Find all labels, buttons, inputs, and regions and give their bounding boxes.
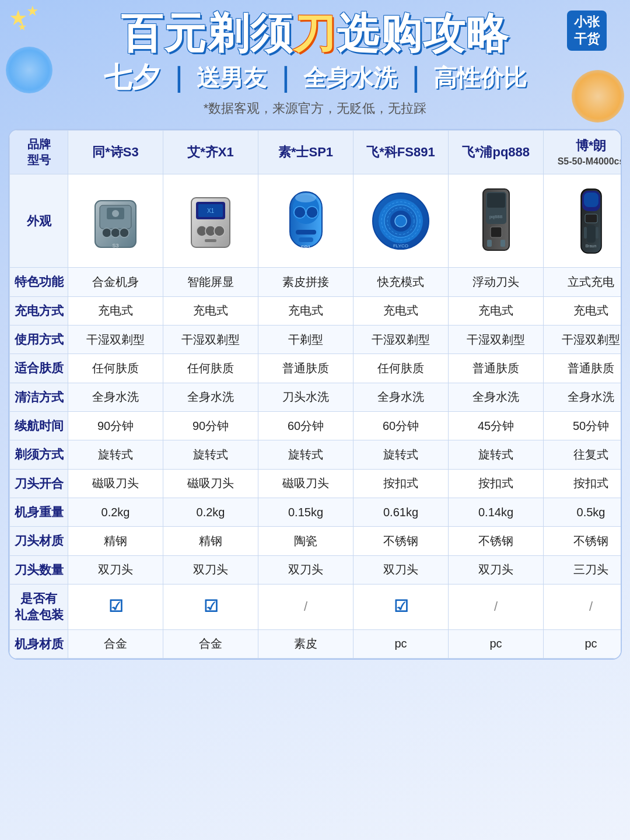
- subtitle-item-1: 全身水洗: [303, 62, 397, 94]
- check-mark: ☑: [204, 597, 218, 615]
- cell-2-3: 充电式: [354, 296, 449, 325]
- cell-2-2: 充电式: [258, 296, 354, 325]
- cell-12-2: /: [258, 584, 354, 629]
- table-row: 机身材质合金合金素皮pcpcpc: [10, 629, 622, 658]
- svg-rect-37: [501, 240, 505, 247]
- svg-point-28: [395, 215, 407, 227]
- cell-5-0: 全身水洗: [68, 383, 163, 411]
- cell-12-5: /: [544, 584, 622, 629]
- product-image-2: SP1: [271, 183, 341, 259]
- subtitle-main: 七夕: [104, 59, 160, 96]
- cell-6-3: 60分钟: [354, 411, 449, 440]
- svg-point-14: [214, 226, 225, 236]
- cell-12-3: ☑: [354, 584, 449, 629]
- cell-9-5: 0.5kg: [544, 498, 622, 526]
- header: ★ ★ ★ 百元剃须刀选购攻略 小张 干货 七夕 ｜ 送男友 ｜ 全身水洗 ｜ …: [0, 0, 630, 123]
- cell-11-3: 双刀头: [354, 555, 449, 584]
- disclaimer: *数据客观，来源官方，无贬低，无拉踩: [12, 100, 618, 117]
- product-image-1: X1: [176, 183, 246, 259]
- cell-11-2: 双刀头: [258, 555, 354, 584]
- cell-0-3: FLYCO: [354, 174, 449, 268]
- table-row: 特色功能合金机身智能屏显素皮拼接快充模式浮动刀头立式充电: [10, 268, 622, 296]
- cell-2-4: 充电式: [449, 296, 544, 325]
- cell-1-5: 立式充电: [544, 268, 622, 296]
- cell-1-4: 浮动刀头: [449, 268, 544, 296]
- cell-6-5: 50分钟: [544, 411, 622, 440]
- main-title: 百元剃须刀选购攻略: [121, 10, 509, 57]
- cell-4-2: 普通肤质: [258, 354, 354, 383]
- cell-7-3: 旋转式: [354, 440, 449, 469]
- table-row: 使用方式干湿双剃型干湿双剃型干剃型干湿双剃型干湿双剃型干湿双剃型: [10, 325, 622, 354]
- svg-text:S3: S3: [112, 243, 118, 249]
- check-mark: ☑: [394, 597, 408, 615]
- brand-1: 艾*齐X1: [166, 144, 256, 161]
- row-label-6: 续航时间: [10, 411, 68, 440]
- cell-13-5: pc: [544, 629, 622, 658]
- cell-9-3: 0.61kg: [354, 498, 449, 526]
- cell-8-1: 磁吸刀头: [163, 469, 258, 498]
- cell-5-2: 刀头水洗: [258, 383, 354, 411]
- svg-text:SP1: SP1: [300, 244, 310, 250]
- col-header-4: 飞*浦pq888: [449, 131, 544, 174]
- cell-3-3: 干湿双剃型: [354, 325, 449, 354]
- brand-2: 素*士SP1: [261, 144, 351, 161]
- svg-text:X1: X1: [207, 208, 215, 214]
- cell-3-5: 干湿双剃型: [544, 325, 622, 354]
- cell-9-1: 0.2kg: [163, 498, 258, 526]
- row-label-10: 刀头材质: [10, 527, 68, 555]
- comparison-table-wrap: 品牌型号 同*诗S3 艾*齐X1 素*士SP1 飞*科FS891 飞*浦pq88…: [8, 129, 622, 660]
- product-image-5: Braun: [556, 183, 622, 259]
- table-row: 刀头开合磁吸刀头磁吸刀头磁吸刀头按扣式按扣式按扣式: [10, 469, 622, 498]
- svg-rect-35: [491, 227, 502, 237]
- row-label-3: 使用方式: [10, 325, 68, 354]
- table-row: 外观 S3 X1 SP1: [10, 174, 622, 268]
- cell-10-3: 不锈钢: [354, 527, 449, 555]
- cell-4-5: 普通肤质: [544, 354, 622, 383]
- svg-rect-21: [296, 230, 316, 235]
- cell-6-2: 60分钟: [258, 411, 354, 440]
- cell-8-4: 按扣式: [449, 469, 544, 498]
- svg-point-4: [120, 228, 129, 237]
- svg-rect-42: [585, 214, 597, 223]
- title-row: 百元剃须刀选购攻略 小张 干货: [12, 10, 618, 57]
- row-label-9: 机身重量: [10, 498, 68, 526]
- cell-10-5: 不锈钢: [544, 527, 622, 555]
- cell-11-1: 双刀头: [163, 555, 258, 584]
- cell-3-1: 干湿双剃型: [163, 325, 258, 354]
- svg-rect-41: [584, 192, 598, 207]
- check-mark: ☑: [108, 597, 123, 615]
- cell-4-0: 任何肤质: [68, 354, 163, 383]
- badge-line1: 小张: [574, 15, 600, 29]
- row-label-12: 是否有 礼盒包装: [10, 584, 68, 629]
- svg-rect-45: [596, 227, 598, 239]
- brand-4: 飞*浦pq888: [451, 144, 541, 161]
- badge-line2: 干货: [574, 32, 600, 46]
- title-part2: 选购攻略: [337, 10, 509, 57]
- table-row: 刀头数量双刀头双刀头双刀头双刀头双刀头三刀头: [10, 555, 622, 584]
- cell-11-5: 三刀头: [544, 555, 622, 584]
- cell-7-1: 旋转式: [163, 440, 258, 469]
- cell-8-2: 磁吸刀头: [258, 469, 354, 498]
- svg-point-6: [112, 210, 119, 217]
- brand-3: 飞*科FS891: [356, 144, 446, 161]
- col-header-5: 博*朗 S5-50-M4000cs: [544, 131, 622, 174]
- cell-1-3: 快充模式: [354, 268, 449, 296]
- row-label-7: 剃须方式: [10, 440, 68, 469]
- cell-7-5: 往复式: [544, 440, 622, 469]
- row-label-5: 清洁方式: [10, 383, 68, 411]
- cell-13-2: 素皮: [258, 629, 354, 658]
- cell-3-4: 干湿双剃型: [449, 325, 544, 354]
- cell-0-0: S3: [68, 174, 163, 268]
- svg-rect-44: [584, 227, 587, 239]
- cell-13-1: 合金: [163, 629, 258, 658]
- row-label-0: 外观: [10, 174, 68, 268]
- table-row: 适合肤质任何肤质任何肤质普通肤质任何肤质普通肤质普通肤质: [10, 354, 622, 383]
- cell-7-4: 旋转式: [449, 440, 544, 469]
- cell-13-3: pc: [354, 629, 449, 658]
- row-label-13: 机身材质: [10, 629, 68, 658]
- cell-8-5: 按扣式: [544, 469, 622, 498]
- badge: 小张 干货: [567, 10, 607, 51]
- cell-8-0: 磁吸刀头: [68, 469, 163, 498]
- col-header-0: 同*诗S3: [68, 131, 163, 174]
- svg-rect-36: [487, 240, 492, 247]
